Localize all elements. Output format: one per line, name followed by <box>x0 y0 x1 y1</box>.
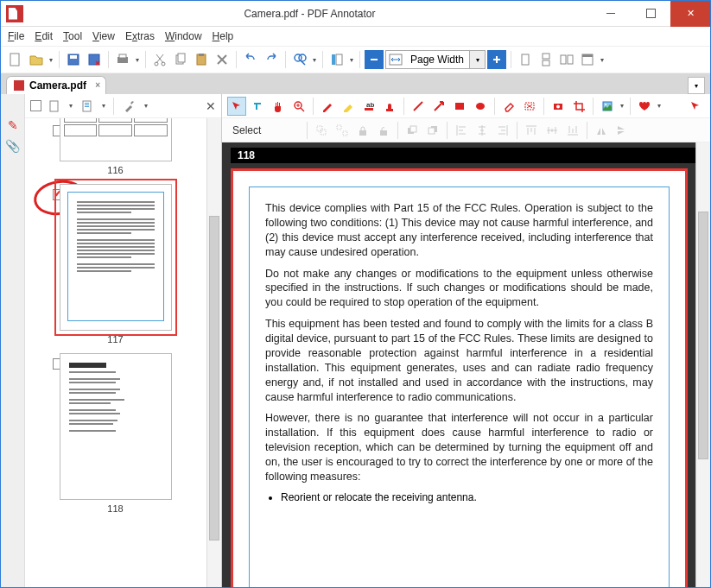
unlock-button[interactable] <box>374 121 393 140</box>
save-as-button[interactable] <box>85 50 104 69</box>
bring-front-button[interactable] <box>403 121 422 140</box>
new-button[interactable] <box>6 50 25 69</box>
menu-edit[interactable]: Edit <box>35 30 53 42</box>
close-button[interactable] <box>670 1 710 27</box>
thumbnail-page[interactable] <box>60 184 172 331</box>
snapshot-tool[interactable] <box>549 97 568 116</box>
annotations-tab-icon[interactable]: ✎ <box>8 118 18 132</box>
align-top-button[interactable] <box>522 121 541 140</box>
copy-button[interactable] <box>171 50 190 69</box>
page-options-button[interactable] <box>78 97 97 116</box>
highlighter-tool[interactable] <box>339 97 358 116</box>
crop-tool[interactable] <box>569 97 588 116</box>
undo-button[interactable] <box>241 50 260 69</box>
vertical-scrollbar[interactable] <box>695 142 710 588</box>
ungroup-button[interactable] <box>333 121 352 140</box>
thumbnail-item[interactable]: 118 <box>25 353 206 514</box>
menu-tool[interactable]: Tool <box>63 30 82 42</box>
svg-point-40 <box>556 104 560 108</box>
search-dropdown[interactable]: ▾ <box>311 56 318 64</box>
thumbnails-scrollbar[interactable] <box>206 118 221 588</box>
image-dropdown[interactable]: ▾ <box>619 102 625 110</box>
menu-extras[interactable]: Extras <box>125 30 155 42</box>
lock-button[interactable] <box>353 121 372 140</box>
svg-rect-26 <box>582 54 593 57</box>
open-button[interactable] <box>27 50 46 69</box>
tab-close-icon[interactable]: × <box>95 80 100 90</box>
thumbnail-item[interactable]: 117 <box>25 184 206 345</box>
single-page-button[interactable] <box>516 50 535 69</box>
pointer-tool[interactable] <box>227 97 246 116</box>
stamp-tool[interactable] <box>380 97 399 116</box>
separator <box>587 122 587 139</box>
view-dropdown[interactable]: ▾ <box>599 56 606 64</box>
cursor-indicator <box>686 97 705 116</box>
align-center-button[interactable] <box>473 121 492 140</box>
line-tool[interactable] <box>409 97 428 116</box>
favorites-dropdown[interactable]: ▾ <box>656 102 663 110</box>
align-right-button[interactable] <box>493 121 512 140</box>
maximize-button[interactable] <box>631 1 670 27</box>
open-dropdown[interactable]: ▾ <box>48 56 54 64</box>
two-page-button[interactable] <box>557 50 576 69</box>
list-item: Reorient or relocate the receiving anten… <box>281 491 653 503</box>
new-page-button[interactable] <box>45 97 64 116</box>
close-panel-button[interactable]: ✕ <box>206 99 216 113</box>
menu-window[interactable]: Window <box>165 30 202 42</box>
zoom-selector[interactable]: Page Width ▾ <box>385 50 486 69</box>
paste-button[interactable] <box>192 50 211 69</box>
menu-help[interactable]: Help <box>213 30 234 42</box>
continuous-button[interactable] <box>536 50 555 69</box>
pen-tool[interactable] <box>318 97 337 116</box>
text-tool[interactable]: ab <box>359 97 378 116</box>
redo-button[interactable] <box>262 50 281 69</box>
eraser-tool[interactable] <box>499 97 518 116</box>
favorites-tool[interactable] <box>635 97 654 116</box>
new-page-dropdown[interactable]: ▾ <box>67 102 74 110</box>
attachments-tab-icon[interactable]: 📎 <box>5 139 20 153</box>
print-button[interactable] <box>113 50 132 69</box>
send-back-button[interactable] <box>423 121 442 140</box>
fullscreen-button[interactable] <box>578 50 597 69</box>
align-bottom-button[interactable] <box>563 121 582 140</box>
text-select-tool[interactable] <box>248 97 267 116</box>
panel-dropdown[interactable]: ▾ <box>348 56 355 64</box>
erase-area-tool[interactable] <box>520 97 539 116</box>
thumbnail-page[interactable] <box>60 118 172 161</box>
image-tool[interactable] <box>598 97 617 116</box>
minimize-button[interactable] <box>591 1 631 27</box>
zoom-in-button[interactable] <box>487 50 506 69</box>
delete-button[interactable] <box>213 50 232 69</box>
menu-file[interactable]: File <box>8 30 24 42</box>
tools-dropdown[interactable]: ▾ <box>143 102 149 110</box>
flip-v-button[interactable] <box>613 121 632 140</box>
rectangle-tool[interactable] <box>450 97 469 116</box>
ellipse-tool[interactable] <box>471 97 490 116</box>
thumbnail-item[interactable]: 116 <box>25 118 206 175</box>
select-all-checkbox[interactable] <box>30 100 41 111</box>
save-button[interactable] <box>64 50 83 69</box>
zoom-out-button[interactable] <box>365 50 384 69</box>
group-button[interactable] <box>312 121 331 140</box>
thumbnail-page[interactable] <box>60 353 172 500</box>
zoom-tool[interactable] <box>289 97 308 116</box>
document-tab[interactable]: Camera.pdf × <box>6 76 106 94</box>
svg-point-42 <box>605 104 606 105</box>
document-canvas[interactable]: 118 This device complies with Part 15 of… <box>222 142 710 588</box>
search-button[interactable] <box>290 50 309 69</box>
align-middle-button[interactable] <box>543 121 562 140</box>
app-icon <box>6 5 23 22</box>
pan-tool[interactable] <box>269 97 288 116</box>
tab-overflow-button[interactable]: ▾ <box>688 77 705 94</box>
flip-h-button[interactable] <box>592 121 611 140</box>
zoom-dropdown[interactable]: ▾ <box>469 51 485 68</box>
panel-button[interactable] <box>327 50 346 69</box>
svg-rect-46 <box>343 131 347 136</box>
cut-button[interactable] <box>150 50 169 69</box>
page-options-dropdown[interactable]: ▾ <box>100 102 107 110</box>
print-dropdown[interactable]: ▾ <box>134 56 141 64</box>
arrow-tool[interactable] <box>429 97 448 116</box>
align-left-button[interactable] <box>452 121 471 140</box>
menu-view[interactable]: View <box>92 30 115 42</box>
tools-button[interactable] <box>120 97 139 116</box>
